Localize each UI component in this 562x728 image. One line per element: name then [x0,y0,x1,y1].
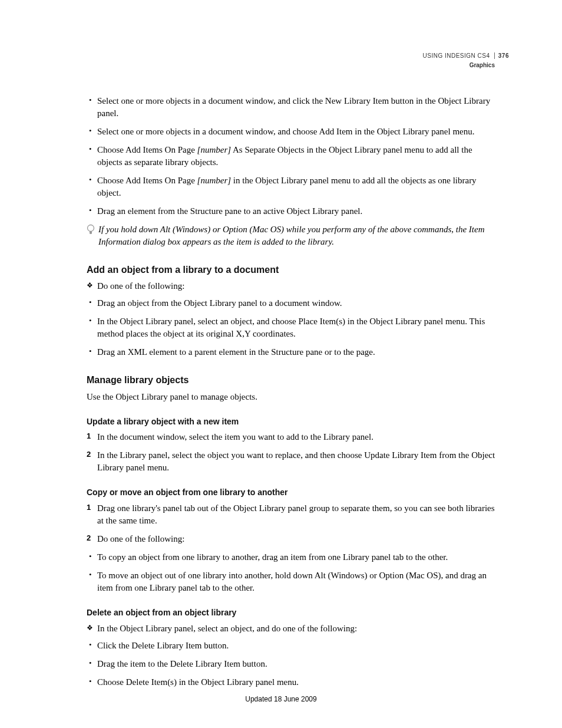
heading-copymove: Copy or move an object from one library … [87,487,498,499]
list-item: In the Object Library panel, select an o… [97,315,498,340]
intro-bullets: Select one or more objects in a document… [87,95,498,218]
tip-text: If you hold down Alt (Windows) or Option… [98,223,498,248]
list-item: Select one or more objects in a document… [97,95,498,120]
header-section: Graphics [423,61,510,70]
heading-manage: Manage library objects [87,374,498,387]
copymove-bullets: To copy an object from one library to an… [87,551,498,594]
page-footer: Updated 18 June 2009 [0,694,562,704]
list-item: To move an object out of one library int… [97,569,498,594]
list-item: To copy an object from one library to an… [97,551,498,564]
manage-intro: Use the Object Library panel to manage o… [87,391,498,403]
lightbulb-icon [87,224,95,236]
svg-point-0 [88,225,94,232]
list-item: Drag an object from the Object Library p… [97,297,498,309]
delete-bullets: Click the Delete Library Item button. Dr… [87,640,498,689]
page-header: USING INDESIGN CS4 376 Graphics [423,52,510,70]
list-item: Drag one library's panel tab out of the … [97,502,498,527]
add-object-bullets: Drag an object from the Object Library p… [87,297,498,358]
tip-note: If you hold down Alt (Windows) or Option… [87,223,498,248]
copymove-steps: Drag one library's panel tab out of the … [87,502,498,545]
page-number: 376 [494,52,509,59]
list-item: Click the Delete Library Item button. [97,640,498,652]
lead-line: Do one of the following: [87,280,498,292]
lead-line: In the Object Library panel, select an o… [87,622,498,635]
page-body: Select one or more objects in a document… [87,95,498,689]
heading-update: Update a library object with a new item [87,416,498,428]
header-product: USING INDESIGN CS4 [423,52,490,59]
list-item: Choose Add Items On Page [number] As Sep… [97,144,498,169]
list-item: In the document window, select the item … [97,431,498,443]
list-item: Drag the item to the Delete Library Item… [97,658,498,670]
list-item: Select one or more objects in a document… [97,126,498,138]
heading-add-object: Add an object from a library to a docume… [87,263,498,276]
list-item: Do one of the following: [97,533,498,545]
list-item: In the Library panel, select the object … [97,449,498,474]
list-item: Choose Delete Item(s) in the Object Libr… [97,676,498,689]
heading-delete: Delete an object from an object library [87,607,498,619]
list-item: Drag an XML element to a parent element … [97,346,498,358]
list-item: Drag an element from the Structure pane … [97,205,498,218]
update-steps: In the document window, select the item … [87,431,498,474]
list-item: Choose Add Items On Page [number] in the… [97,174,498,199]
